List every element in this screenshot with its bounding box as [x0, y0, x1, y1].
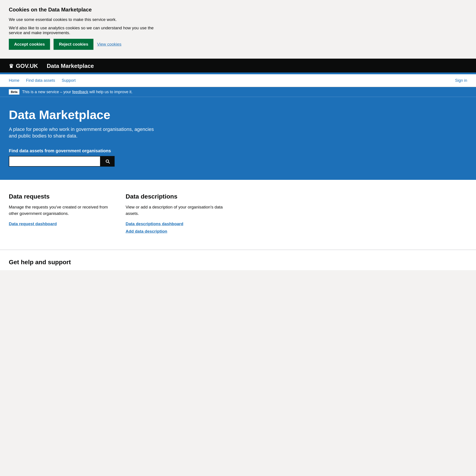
main-nav: Home Find data assets Support Sign in	[0, 74, 476, 87]
data-requests-description: Manage the requests you've created or re…	[9, 204, 112, 217]
data-descriptions-section: Data descriptions View or add a descript…	[126, 193, 229, 237]
footer-heading: Get help and support	[9, 259, 467, 266]
search-icon	[105, 159, 110, 164]
crown-icon: ♛	[9, 63, 14, 69]
data-descriptions-description: View or add a description of your organi…	[126, 204, 229, 217]
data-descriptions-title: Data descriptions	[126, 193, 229, 200]
data-requests-title: Data requests	[9, 193, 112, 200]
data-requests-section: Data requests Manage the requests you've…	[9, 193, 112, 237]
nav-links: Home Find data assets Support	[9, 74, 82, 87]
cookie-banner: Cookies on the Data Marketplace We use s…	[0, 0, 476, 60]
search-label: Find data assets from government organis…	[9, 148, 467, 153]
footer-partial: Get help and support	[0, 250, 476, 270]
search-form	[9, 156, 115, 167]
beta-text-before: This is a new service – your	[22, 90, 72, 94]
hero-section: Data Marketplace A place for people who …	[0, 97, 476, 180]
gov-logo-text: GOV.UK	[16, 63, 38, 69]
header-accent-bar	[0, 72, 476, 74]
nav-item-home: Home	[9, 74, 26, 87]
beta-text: This is a new service – your feedback wi…	[22, 90, 133, 94]
cookie-paragraph-1: We use some essential cookies to make th…	[9, 17, 159, 22]
content-grid: Data requests Manage the requests you've…	[9, 193, 229, 237]
service-name: Data Marketplace	[47, 63, 94, 69]
gov-logo-link[interactable]: ♛ GOV.UK	[9, 63, 38, 69]
site-header: ♛ GOV.UK Data Marketplace	[0, 60, 476, 72]
cookie-paragraph-2: We'd also like to use analytics cookies …	[9, 26, 159, 35]
accept-cookies-button[interactable]: Accept cookies	[9, 39, 50, 50]
hero-subtitle: A place for people who work in governmen…	[9, 126, 159, 140]
cookie-banner-title: Cookies on the Data Marketplace	[9, 7, 467, 13]
nav-item-find-data: Find data assets	[26, 74, 62, 87]
nav-item-support: Support	[62, 74, 82, 87]
nav-link-support[interactable]: Support	[62, 74, 80, 87]
beta-tag: Beta	[9, 89, 19, 95]
reject-cookies-button[interactable]: Reject cookies	[53, 39, 93, 50]
nav-link-find-data-assets[interactable]: Find data assets	[26, 74, 60, 87]
data-descriptions-dashboard-link[interactable]: Data descriptions dashboard	[126, 221, 229, 226]
search-button[interactable]	[101, 156, 115, 167]
hero-title: Data Marketplace	[9, 108, 467, 122]
beta-text-after: will help us to improve it.	[88, 90, 133, 94]
data-request-dashboard-link[interactable]: Data request dashboard	[9, 221, 112, 226]
search-input[interactable]	[9, 156, 101, 167]
main-content: Data requests Manage the requests you've…	[0, 180, 476, 250]
view-cookies-link[interactable]: View cookies	[97, 42, 121, 47]
cookie-actions: Accept cookies Reject cookies View cooki…	[9, 39, 467, 50]
add-data-description-link[interactable]: Add data description	[126, 229, 229, 234]
beta-banner: Beta This is a new service – your feedba…	[0, 87, 476, 97]
nav-link-home[interactable]: Home	[9, 74, 24, 87]
feedback-link[interactable]: feedback	[72, 90, 88, 94]
sign-in-link[interactable]: Sign in	[455, 74, 467, 87]
